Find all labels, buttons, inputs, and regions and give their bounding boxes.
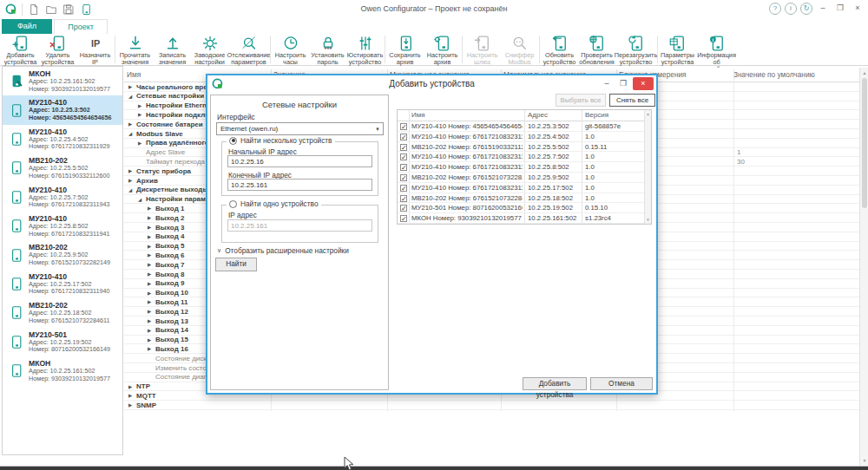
- scroll-up-icon[interactable]: ▲: [645, 112, 651, 116]
- dialog-table-scrollbar[interactable]: ▲▼: [644, 110, 651, 224]
- tree-collapsed-icon[interactable]: ▶: [128, 401, 132, 409]
- tree-collapsed-icon[interactable]: ▶: [138, 140, 141, 147]
- info-icon[interactable]: i: [785, 3, 797, 15]
- device-list-item[interactable]: МВ210-202Адрес: 10.2.25.9:502Номер: 6761…: [3, 240, 122, 269]
- deselect-all-button[interactable]: Снять все: [609, 94, 655, 107]
- tree-expanded-icon[interactable]: ◢: [128, 93, 132, 101]
- tree-expanded-icon[interactable]: ◢: [138, 196, 141, 204]
- ribbon-device-info-button[interactable]: iИнформация об устройстве: [696, 34, 737, 65]
- tree-collapsed-icon[interactable]: ▶: [148, 261, 151, 269]
- tree-collapsed-icon[interactable]: ▶: [148, 233, 151, 241]
- tree-row[interactable]: ▶SNMP: [124, 401, 859, 410]
- ribbon-write-values-button[interactable]: Записать значения: [154, 34, 191, 65]
- minimize-button[interactable]: –: [816, 3, 830, 15]
- ribbon-update-device-button[interactable]: Обновить устройство: [541, 34, 578, 65]
- tree-expanded-icon[interactable]: ◢: [128, 130, 132, 138]
- tree-collapsed-icon[interactable]: ▶: [148, 271, 151, 278]
- device-list-item[interactable]: МКОНАдрес: 10.2.25.161:502Номер: 9303921…: [3, 67, 122, 95]
- checkbox-checked-icon[interactable]: ✓: [400, 185, 407, 192]
- dialog-table-column-header[interactable]: Имя: [411, 111, 425, 119]
- tree-collapsed-icon[interactable]: ▶: [148, 317, 151, 325]
- device-list-item[interactable]: МВ210-202Адрес: 10.2.25.5:502Номер: 6761…: [3, 153, 122, 182]
- tree-collapsed-icon[interactable]: ▶: [128, 121, 132, 128]
- tab-project[interactable]: Проект: [54, 19, 108, 34]
- device-list-item[interactable]: МКОНАдрес: 10.2.25.161:502Номер: 9303921…: [3, 356, 122, 385]
- open-project-icon[interactable]: [44, 3, 57, 16]
- device-list-item[interactable]: МУ210-410Адрес: 10.2.25.3:502Номер: 4565…: [3, 95, 122, 124]
- save-device-icon[interactable]: [79, 3, 92, 16]
- checkbox-checked-icon[interactable]: ✓: [400, 164, 407, 171]
- ribbon-check-updates-button[interactable]: Проверить обновления: [578, 34, 615, 65]
- radio-find-single[interactable]: [229, 200, 237, 208]
- find-button[interactable]: Найти: [215, 258, 257, 271]
- ribbon-remove-device-button[interactable]: Удалить устройства: [39, 34, 76, 65]
- tree-collapsed-icon[interactable]: ▶: [128, 167, 132, 175]
- tree-collapsed-icon[interactable]: ▶: [148, 327, 151, 335]
- tree-collapsed-icon[interactable]: ▶: [148, 345, 151, 353]
- grid-column-header[interactable]: Имя: [127, 70, 141, 79]
- grid-column-header[interactable]: Значение по умолчанию: [733, 70, 815, 79]
- checkbox-checked-icon[interactable]: ✓: [400, 195, 407, 202]
- ribbon-set-password-button[interactable]: ***Установить пароль: [309, 34, 346, 65]
- device-list-item[interactable]: МВ210-202Адрес: 10.2.25.18:502Номер: 676…: [3, 298, 122, 327]
- dialog-table-row[interactable]: ✓МВ210-202 Номер: 6761521073228214910.2.…: [398, 173, 645, 183]
- checkbox-checked-icon[interactable]: ✓: [400, 144, 407, 151]
- dialog-table-row[interactable]: ✓МУ210-410 Номер: 6761721083231194310.2.…: [398, 152, 645, 162]
- scroll-down-icon[interactable]: ▼: [645, 218, 651, 222]
- tree-collapsed-icon[interactable]: ▶: [128, 383, 132, 391]
- checkbox-checked-icon[interactable]: ✓: [400, 205, 407, 212]
- grid-scrollbar[interactable]: ▲ ▼: [859, 68, 868, 466]
- dialog-table-row[interactable]: ✓МВ210-202 Номер: 6761519033211260010.2.…: [398, 142, 645, 153]
- device-list-item[interactable]: МУ210-410Адрес: 10.2.25.7:502Номер: 6761…: [3, 183, 122, 212]
- tree-collapsed-icon[interactable]: ▶: [148, 205, 151, 212]
- radio-find-multiple[interactable]: [229, 137, 237, 145]
- tree-collapsed-icon[interactable]: ▶: [128, 392, 132, 400]
- dialog-maximize-button[interactable]: ❐: [616, 77, 630, 90]
- tree-collapsed-icon[interactable]: ▶: [148, 280, 151, 288]
- interface-select[interactable]: Ethernet (owen.ru) ▼: [216, 122, 384, 135]
- add-devices-button[interactable]: Добавить устройства: [523, 377, 587, 390]
- ribbon-read-values-button[interactable]: Прочитать значения: [116, 34, 154, 65]
- dialog-table-row[interactable]: ✓МУ210-410 Номер: 6761721083231194010.2.…: [398, 183, 645, 193]
- dialog-table-column-header[interactable]: Версия: [585, 111, 608, 119]
- tree-collapsed-icon[interactable]: ▶: [128, 177, 132, 185]
- ribbon-set-clock-button[interactable]: Настроить часы: [272, 34, 309, 65]
- dialog-table-row[interactable]: ✓МУ210-410 Номер: 6761721083231194110.2.…: [398, 162, 645, 173]
- dialog-table-row[interactable]: ✓МУ210-410 Номер: 6761721083231192910.2.…: [398, 132, 645, 142]
- dialog-table-column-header[interactable]: Адрес: [528, 111, 548, 119]
- ribbon-configure-archive-button[interactable]: Настроить архив: [424, 34, 461, 65]
- dialog-minimize-button[interactable]: –: [600, 77, 614, 90]
- ribbon-add-device-button[interactable]: Добавить устройства: [2, 34, 39, 65]
- cancel-button[interactable]: Отмена: [590, 377, 653, 390]
- scroll-down-icon[interactable]: ▼: [860, 456, 868, 465]
- device-list-item[interactable]: МУ210-501Адрес: 10.2.25.19:502Номер: 807…: [3, 328, 122, 356]
- dialog-table-row[interactable]: ✓МВ210-202 Номер: 6761521073228461110.2.…: [398, 193, 645, 204]
- maximize-button[interactable]: ❐: [833, 3, 847, 15]
- ribbon-device-parameters-button[interactable]: Параметры устройства: [659, 34, 696, 65]
- tree-collapsed-icon[interactable]: ▶: [148, 214, 151, 222]
- advanced-settings-expander[interactable]: ∨ Отобразить расширенные настройки: [217, 246, 349, 255]
- ribbon-save-archive-button[interactable]: Сохранить архив: [386, 34, 424, 65]
- tree-collapsed-icon[interactable]: ▶: [148, 251, 151, 259]
- start-ip-input[interactable]: [227, 155, 372, 167]
- device-list-item[interactable]: МУ210-410Адрес: 10.2.25.4:502Номер: 6761…: [3, 125, 122, 153]
- scroll-up-icon[interactable]: ▲: [860, 69, 868, 77]
- tree-expanded-icon[interactable]: ◢: [128, 186, 132, 194]
- dialog-table-row[interactable]: ✓МУ210-410 Номер: 4565465456465465610.2.…: [398, 121, 645, 132]
- tree-collapsed-icon[interactable]: ▶: [148, 298, 151, 306]
- update-icon[interactable]: ↻: [800, 3, 812, 15]
- tree-collapsed-icon[interactable]: ▶: [148, 243, 151, 251]
- tab-file[interactable]: Файл: [2, 19, 52, 34]
- checkbox-checked-icon[interactable]: ✓: [400, 174, 407, 181]
- tree-collapsed-icon[interactable]: ▶: [128, 83, 132, 91]
- ribbon-watch-params-button[interactable]: Отслеживание параметров: [228, 34, 269, 65]
- tree-collapsed-icon[interactable]: ▶: [148, 308, 151, 316]
- checkbox-checked-icon[interactable]: ✓: [400, 134, 407, 140]
- scrollbar-thumb[interactable]: [862, 78, 867, 208]
- ribbon-calibrate-device-button[interactable]: Юстировать устройство: [346, 34, 384, 65]
- device-list-item[interactable]: МУ210-410Адрес: 10.2.25.8:502Номер: 6761…: [3, 212, 122, 240]
- checkbox-checked-icon[interactable]: ✓: [400, 123, 407, 130]
- ribbon-factory-settings-button[interactable]: Заводские настройки: [191, 34, 228, 65]
- checkbox-checked-icon[interactable]: ✓: [400, 215, 407, 222]
- tree-collapsed-icon[interactable]: ▶: [138, 111, 141, 119]
